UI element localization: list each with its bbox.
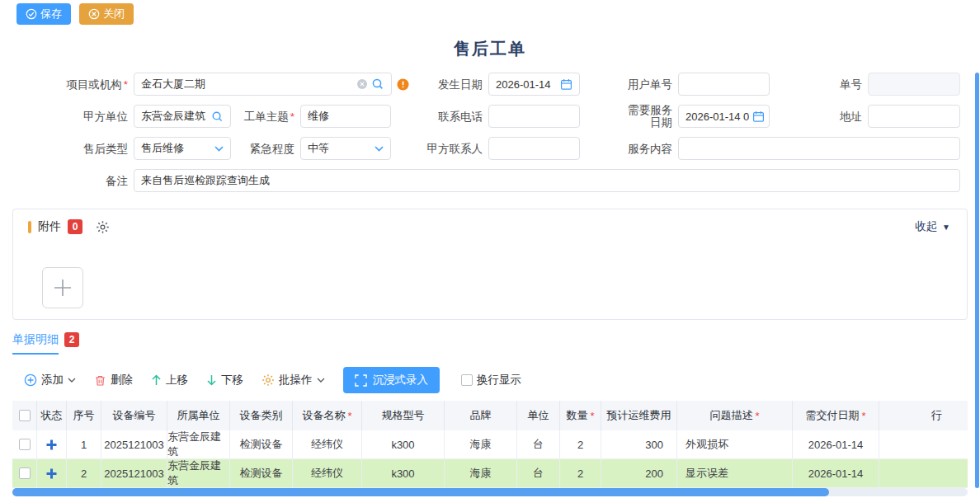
- gear-icon[interactable]: [96, 220, 110, 234]
- attachments-title: 附件: [38, 219, 61, 234]
- chevron-down-icon: [375, 146, 384, 152]
- cell-due_date[interactable]: 2026-01-14: [793, 430, 879, 458]
- occur-date-input[interactable]: 2026-01-14: [488, 73, 580, 96]
- check-circle-icon: [26, 8, 37, 20]
- subject-input[interactable]: 维修: [300, 105, 391, 128]
- select-all-checkbox[interactable]: [19, 410, 31, 421]
- move-down-label: 下移: [221, 373, 243, 388]
- horizontal-scrollbar-thumb[interactable]: [12, 488, 829, 496]
- column-header: 数量*: [560, 401, 601, 430]
- search-icon[interactable]: [371, 78, 384, 91]
- party-contact-label: 甲方联系人: [400, 137, 483, 160]
- cell-brand[interactable]: 海康: [445, 459, 517, 487]
- delete-row-button[interactable]: 删除: [94, 373, 133, 388]
- column-header: 序号: [67, 401, 101, 430]
- tab-detail-label: 单据明细: [12, 332, 59, 355]
- required-asterisk: *: [290, 110, 294, 123]
- cell-seq[interactable]: 2: [67, 459, 101, 487]
- project-input[interactable]: 金石大厦二期: [134, 73, 392, 96]
- calendar-icon[interactable]: [560, 78, 572, 91]
- table-header-row: 状态序号设备编号所属单位设备类别设备名称*规格型号品牌单位数量*预计运维费用问题…: [12, 401, 968, 430]
- wrap-display-toggle[interactable]: 换行显示: [461, 373, 521, 388]
- wrap-display-checkbox[interactable]: [461, 374, 473, 386]
- add-row-button[interactable]: 添加: [24, 373, 76, 388]
- cell-device_name[interactable]: 经纬仪: [293, 459, 362, 487]
- service-date-input[interactable]: 2026-01-14 0: [678, 105, 770, 128]
- add-row-label: 添加: [41, 373, 64, 388]
- tab-detail[interactable]: 单据明细 2: [12, 332, 79, 355]
- clear-icon[interactable]: [356, 78, 368, 90]
- move-up-button[interactable]: 上移: [151, 373, 188, 388]
- cell-measure_unit[interactable]: 台: [517, 430, 560, 458]
- batch-operation-button[interactable]: 批操作: [261, 373, 325, 388]
- cell-extra: [879, 430, 968, 458]
- remark-label: 备注: [45, 169, 128, 192]
- attachments-count-badge: 0: [68, 219, 82, 234]
- service-content-input[interactable]: [678, 137, 960, 160]
- gear-icon: [261, 374, 275, 387]
- cell-qty[interactable]: 2: [560, 459, 601, 487]
- calendar-icon[interactable]: [752, 110, 765, 123]
- add-attachment-button[interactable]: [42, 267, 83, 308]
- cell-status[interactable]: [37, 459, 67, 487]
- cell-category[interactable]: 检测设备: [230, 430, 293, 458]
- remark-input[interactable]: 来自售后巡检跟踪查询生成: [134, 169, 960, 192]
- urgency-label: 紧急程度: [212, 137, 294, 160]
- cell-brand[interactable]: 海康: [445, 430, 517, 458]
- close-button-label: 关闭: [103, 7, 125, 21]
- row-checkbox[interactable]: [19, 467, 31, 479]
- cell-model[interactable]: k300: [362, 459, 445, 487]
- service-date-value: 2026-01-14 0: [686, 110, 749, 123]
- select-all-cell: [12, 401, 37, 430]
- table-row[interactable]: 12025121003东营金辰建筑检测设备经纬仪k300海康台2300外观损坏2…: [12, 430, 968, 459]
- column-header: 设备编号: [101, 401, 167, 430]
- horizontal-scrollbar[interactable]: [12, 488, 968, 496]
- phone-label: 联系电话: [400, 105, 483, 128]
- fullscreen-icon: [355, 374, 367, 387]
- party-contact-input[interactable]: [488, 137, 580, 160]
- cell-model[interactable]: k300: [362, 430, 445, 458]
- chevron-down-icon: [317, 378, 325, 383]
- subject-value: 维修: [308, 109, 384, 124]
- column-header: 设备名称*: [293, 401, 362, 430]
- collapse-toggle[interactable]: 收起 ▼: [915, 219, 950, 234]
- cell-cost[interactable]: 300: [601, 430, 677, 458]
- cell-measure_unit[interactable]: 台: [517, 459, 560, 487]
- move-down-button[interactable]: 下移: [206, 373, 243, 388]
- immersive-entry-button[interactable]: 沉浸式录入: [343, 367, 441, 393]
- cell-problem[interactable]: 外观损坏: [677, 430, 793, 458]
- cell-device_code[interactable]: 2025121003: [101, 459, 167, 487]
- column-header: 单位: [517, 401, 560, 430]
- cell-status[interactable]: [37, 430, 67, 458]
- row-status-plus-icon[interactable]: [46, 439, 57, 450]
- cell-unit[interactable]: 东营金辰建筑: [167, 430, 230, 458]
- cell-cost[interactable]: 200: [601, 459, 677, 487]
- x-circle-icon: [88, 8, 100, 20]
- row-status-plus-icon[interactable]: [46, 468, 57, 479]
- vertical-scrollbar-thumb[interactable]: [975, 73, 979, 488]
- save-button[interactable]: 保存: [16, 3, 71, 25]
- cell-problem[interactable]: 显示误差: [677, 459, 793, 487]
- service-content-label: 服务内容: [590, 137, 672, 160]
- cell-device_code[interactable]: 2025121003: [101, 430, 167, 458]
- cell-unit[interactable]: 东营金辰建筑: [167, 459, 230, 487]
- table-row[interactable]: 22025121003东营金辰建筑检测设备经纬仪k300海康台2200显示误差2…: [12, 459, 968, 488]
- page-title: 售后工单: [0, 38, 980, 60]
- detail-count-badge: 2: [64, 332, 79, 347]
- order-no-input: [868, 73, 960, 96]
- urgency-select[interactable]: 中等: [300, 137, 391, 160]
- user-order-input[interactable]: [678, 73, 770, 96]
- cell-qty[interactable]: 2: [560, 430, 601, 458]
- occur-date-label: 发生日期: [400, 73, 483, 96]
- cell-device_name[interactable]: 经纬仪: [293, 430, 362, 458]
- subject-label: 工单主题*: [212, 105, 294, 128]
- cell-seq[interactable]: 1: [67, 430, 101, 458]
- immersive-entry-label: 沉浸式录入: [373, 373, 429, 388]
- cell-category[interactable]: 检测设备: [230, 459, 293, 487]
- cell-due_date[interactable]: 2026-01-14: [793, 459, 879, 487]
- address-input[interactable]: [868, 105, 960, 128]
- row-checkbox[interactable]: [19, 439, 31, 450]
- detail-table: 状态序号设备编号所属单位设备类别设备名称*规格型号品牌单位数量*预计运维费用问题…: [12, 401, 968, 488]
- phone-input[interactable]: [488, 105, 580, 128]
- close-button[interactable]: 关闭: [79, 3, 134, 25]
